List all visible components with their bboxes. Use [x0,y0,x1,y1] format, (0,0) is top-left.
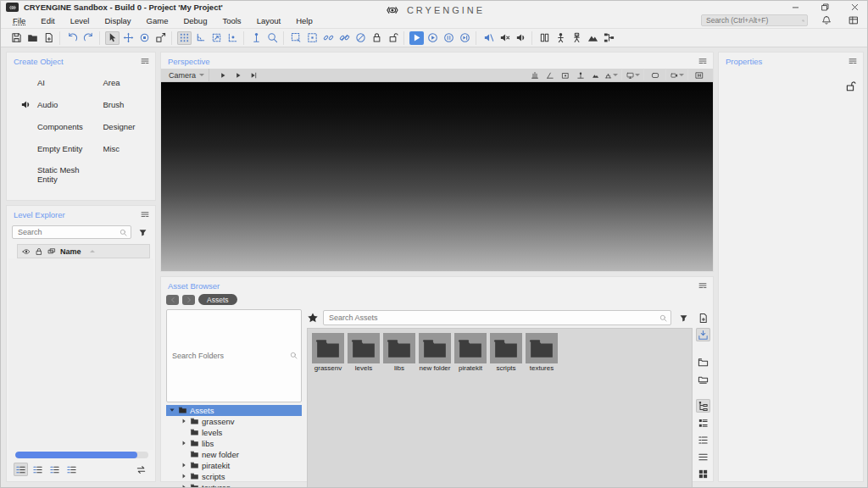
chevron-right-icon[interactable] [181,418,187,424]
create-audio[interactable]: Audio [20,99,86,110]
create-static-mesh[interactable]: Static Mesh Entity [20,165,86,184]
angle-snapping-button[interactable] [543,69,557,80]
mute-audio-button[interactable] [481,31,496,45]
audio-on-button[interactable] [514,31,528,45]
open-button[interactable] [25,31,40,45]
menu-debug[interactable]: Debug [180,14,219,27]
menu-edit[interactable]: Edit [37,14,66,27]
nav-back-button[interactable] [166,295,179,305]
visibility-column-icon[interactable] [22,247,31,256]
asset-search[interactable] [323,310,671,325]
menu-display[interactable]: Display [101,14,142,27]
select-area-button[interactable] [289,31,303,45]
view-hierarchy-button[interactable] [696,399,710,413]
geometry-snapping-button[interactable] [604,69,618,80]
asset-folder-scripts[interactable]: scripts [489,333,523,372]
level-search-input[interactable] [16,227,120,237]
view-split-button[interactable] [696,416,710,430]
terrain-snapping-button[interactable] [589,69,603,80]
new-asset-button[interactable] [696,311,710,324]
asset-filter-button[interactable] [676,311,691,324]
play-game-button[interactable] [409,31,424,45]
asset-folder-new-folder[interactable]: new folder [418,333,452,372]
resolution-button[interactable] [693,69,706,80]
zoom-tool-button[interactable] [265,31,280,45]
import-asset-button[interactable] [696,328,710,341]
asset-folder-piratekit[interactable]: piratekit [453,333,487,372]
unlock-selection-button[interactable] [386,31,400,45]
lock-selection-button[interactable] [370,31,384,45]
create-components[interactable]: Components [20,121,86,132]
snap-scale-button[interactable] [209,31,224,45]
redo-button[interactable] [81,31,96,45]
tree-item-levels[interactable]: levels [166,427,302,438]
asset-search-input[interactable] [327,313,659,323]
step-frame-button[interactable] [458,31,472,45]
menu-tools[interactable]: Tools [219,14,253,27]
favorites-star-icon[interactable] [307,312,319,324]
layer-column-icon[interactable] [47,247,56,256]
grid-snapping-button[interactable] [528,69,542,80]
toggle-layout-button[interactable] [537,31,552,45]
enable-physics-button[interactable] [570,31,584,45]
menu-level[interactable]: Level [67,14,102,27]
folder-search-input[interactable] [170,351,290,361]
tree-item-scripts[interactable]: scripts [166,471,302,482]
snap-vertex-button[interactable] [225,31,240,45]
rotate-tool-button[interactable] [137,31,152,45]
terrain-tool-button[interactable] [586,31,600,45]
panel-menu-icon[interactable] [698,281,708,291]
create-ai[interactable]: AI [20,77,86,88]
tree-item-grassenv[interactable]: grassenv [166,416,302,427]
panel-menu-icon[interactable] [848,57,858,66]
level-search[interactable] [12,225,131,239]
create-area[interactable]: Area [86,77,153,88]
pivot-mode-button[interactable] [249,31,264,45]
chevron-down-icon[interactable] [169,407,175,413]
camera-speed-1-button[interactable] [216,69,230,80]
tree-item-textures[interactable]: textures [166,482,302,488]
display-options-button[interactable] [626,69,640,80]
view-details-button[interactable] [696,433,710,446]
save-button[interactable] [9,31,24,45]
asset-folder-textures[interactable]: textures [525,333,559,372]
sync-selection-button[interactable] [134,463,148,476]
folder-search[interactable] [166,309,302,402]
safe-frame-button[interactable] [648,69,662,80]
create-misc[interactable]: Misc [86,143,153,154]
breadcrumb-assets[interactable]: Assets [198,294,237,305]
enable-ai-button[interactable] [554,31,568,45]
move-tool-button[interactable] [121,31,136,45]
menu-file[interactable]: File [9,14,37,27]
lock-column-icon[interactable] [35,247,43,256]
unlink-objects-button[interactable] [337,31,352,45]
restore-button[interactable] [820,3,831,12]
camera-speed-2-button[interactable] [231,69,245,80]
show-folder-tree-button[interactable] [696,355,710,369]
tree-item-libs[interactable]: libs [166,438,302,449]
show-layers-button[interactable] [14,463,28,476]
new-file-button[interactable] [42,31,56,45]
properties-unlock-icon[interactable] [844,80,856,92]
chevron-right-icon[interactable] [181,440,187,446]
snap-grid-button[interactable] [177,31,192,45]
play-from-here-button[interactable] [426,31,440,45]
close-button[interactable] [849,3,860,12]
menu-help[interactable]: Help [292,14,325,27]
panel-menu-icon[interactable] [698,57,708,66]
viewport-canvas[interactable] [161,82,713,271]
select-object-button[interactable] [305,31,320,45]
tree-item-assets[interactable]: Assets [166,405,302,416]
view-thumbnails-button[interactable] [696,467,710,480]
level-explorer-list[interactable] [8,258,153,450]
level-filter-button[interactable] [135,225,150,239]
notifications-icon[interactable] [821,15,832,25]
audio-off-button[interactable] [498,31,512,45]
chevron-right-icon[interactable] [181,462,187,469]
show-objects-button[interactable] [31,463,45,476]
create-empty-entity[interactable]: Empty Entity [20,143,86,154]
chevron-right-icon[interactable] [181,484,187,488]
camera-options-button[interactable] [670,69,684,80]
nav-forward-button[interactable] [182,295,195,305]
flowgraph-tool-button[interactable] [602,31,616,45]
